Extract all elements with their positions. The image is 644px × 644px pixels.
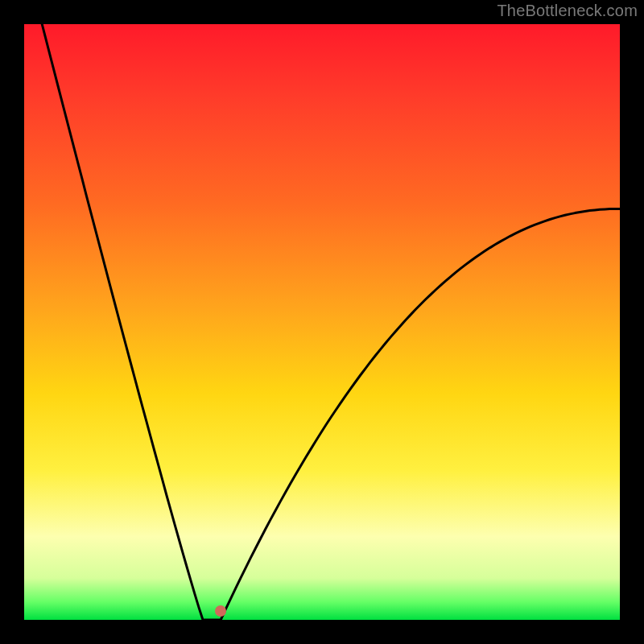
plot-area	[24, 24, 620, 620]
optimal-point-marker	[215, 605, 226, 617]
bottleneck-curve-path	[42, 24, 620, 620]
watermark-text: TheBottleneck.com	[497, 2, 638, 20]
chart-frame: TheBottleneck.com	[0, 0, 644, 644]
bottleneck-curve	[24, 24, 620, 620]
